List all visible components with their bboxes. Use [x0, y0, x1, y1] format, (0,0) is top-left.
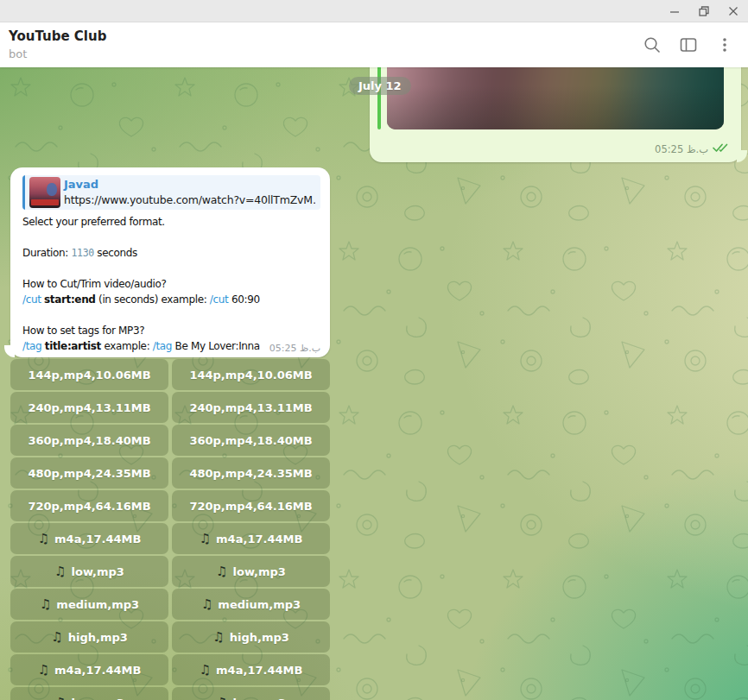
- keyboard-button-label: 360p,mp4,18.40MB: [28, 434, 150, 447]
- keyboard-button[interactable]: ♫low,mp3: [172, 687, 330, 700]
- outgoing-photo-message[interactable]: 05:25 ب.ظ: [370, 67, 741, 162]
- minimize-icon: [669, 5, 681, 17]
- keyboard-button[interactable]: ♫low,mp3: [172, 556, 330, 587]
- keyboard-row: 360p,mp4,18.40MB360p,mp4,18.40MB: [10, 425, 330, 456]
- message-line: [22, 261, 320, 276]
- keyboard-row: ♫low,mp3♫low,mp3: [10, 556, 330, 587]
- message-line: /cut start:end (in seconds) example: /cu…: [22, 292, 320, 307]
- keyboard-button-label: low,mp3: [72, 565, 124, 578]
- text-segment: Select your preferred format.: [22, 216, 165, 228]
- music-note-icon: ♫: [51, 631, 62, 644]
- keyboard-row: 720p,mp4,64.16MB720p,mp4,64.16MB: [10, 490, 330, 521]
- minimize-button[interactable]: [660, 0, 689, 22]
- keyboard-row: ♫m4a,17.44MB♫m4a,17.44MB: [10, 523, 330, 554]
- keyboard-button[interactable]: 720p,mp4,64.16MB: [10, 490, 168, 521]
- photo-attachment[interactable]: [387, 67, 724, 129]
- music-note-icon: ♫: [40, 598, 51, 611]
- keyboard-button[interactable]: 720p,mp4,64.16MB: [172, 490, 330, 521]
- text-segment: 1130: [71, 247, 93, 259]
- command-link[interactable]: /tag: [153, 340, 172, 352]
- keyboard-button[interactable]: 144p,mp4,10.06MB: [172, 359, 330, 390]
- window-titlebar: [0, 0, 748, 22]
- text-segment: How to Cut/Trim video/audio?: [22, 278, 167, 290]
- chat-area[interactable]: 05:25 ب.ظ July 12 Javad https://www.yout…: [0, 67, 748, 700]
- message-timestamp: 05:25 ب.ظ: [267, 343, 320, 354]
- keyboard-button[interactable]: ♫medium,mp3: [172, 589, 330, 620]
- menu-button[interactable]: [710, 30, 739, 60]
- music-note-icon: ♫: [216, 565, 227, 578]
- keyboard-button-label: high,mp3: [68, 631, 128, 644]
- keyboard-button[interactable]: ♫m4a,17.44MB: [172, 654, 330, 685]
- chat-header: YouTube Club bot: [0, 22, 748, 67]
- chat-subtitle: bot: [9, 47, 27, 60]
- keyboard-button[interactable]: ♫m4a,17.44MB: [10, 523, 168, 554]
- keyboard-button[interactable]: 360p,mp4,18.40MB: [10, 425, 168, 456]
- message-line: How to Cut/Trim video/audio?: [22, 276, 320, 292]
- keyboard-button[interactable]: 480p,mp4,24.35MB: [10, 457, 168, 489]
- text-segment: (in seconds) example:: [96, 293, 210, 306]
- keyboard-button-label: 240p,mp4,13.11MB: [28, 401, 150, 414]
- command-link[interactable]: /tag: [22, 340, 41, 352]
- keyboard-button-label: low,mp3: [72, 697, 124, 700]
- keyboard-button[interactable]: ♫m4a,17.44MB: [172, 523, 330, 554]
- keyboard-button-label: 240p,mp4,13.11MB: [189, 401, 312, 414]
- keyboard-button[interactable]: 480p,mp4,24.35MB: [172, 457, 330, 489]
- keyboard-button-label: 144p,mp4,10.06MB: [189, 369, 312, 382]
- close-icon: [727, 5, 739, 17]
- message-line: Duration: 1130 seconds: [22, 245, 320, 261]
- music-note-icon: ♫: [54, 697, 66, 700]
- text-segment: title:artist: [45, 340, 101, 352]
- keyboard-row: 144p,mp4,10.06MB144p,mp4,10.06MB: [10, 359, 330, 390]
- keyboard-button[interactable]: 360p,mp4,18.40MB: [172, 425, 330, 456]
- close-button[interactable]: [719, 0, 748, 22]
- keyboard-button[interactable]: ♫low,mp3: [10, 687, 168, 700]
- keyboard-button[interactable]: 144p,mp4,10.06MB: [10, 359, 168, 390]
- keyboard-button[interactable]: 240p,mp4,13.11MB: [172, 392, 330, 423]
- keyboard-button-label: 720p,mp4,64.16MB: [189, 500, 312, 513]
- music-note-icon: ♫: [54, 565, 66, 578]
- message-line: [22, 307, 320, 323]
- keyboard-button-label: 480p,mp4,24.35MB: [189, 467, 312, 480]
- keyboard-button-label: m4a,17.44MB: [216, 533, 302, 545]
- bubble-tail: [737, 150, 747, 162]
- keyboard-button-label: m4a,17.44MB: [54, 664, 141, 677]
- music-note-icon: ♫: [200, 664, 211, 677]
- keyboard-row: ♫low,mp3♫low,mp3: [10, 687, 330, 700]
- keyboard-row: 480p,mp4,24.35MB480p,mp4,24.35MB: [10, 457, 330, 489]
- inline-keyboard: 144p,mp4,10.06MB144p,mp4,10.06MB240p,mp4…: [10, 359, 330, 700]
- reply-quote[interactable]: Javad https://www.youtube.com/watch?v=40…: [22, 175, 320, 210]
- photo-shade: [387, 67, 724, 129]
- thumbnail-caption-strip: [31, 199, 59, 205]
- text-segment: Be My Lover:Inna: [172, 340, 260, 352]
- keyboard-row: 240p,mp4,13.11MB240p,mp4,13.11MB: [10, 392, 330, 423]
- restore-button[interactable]: [689, 0, 719, 22]
- keyboard-button-label: m4a,17.44MB: [216, 664, 302, 677]
- keyboard-row: ♫high,mp3♫high,mp3: [10, 621, 330, 653]
- double-check-icon: [713, 142, 730, 155]
- command-link[interactable]: /cut: [22, 293, 41, 306]
- keyboard-button-label: 480p,mp4,24.35MB: [28, 467, 150, 480]
- date-badge[interactable]: July 12: [349, 77, 411, 95]
- search-button[interactable]: [637, 30, 667, 60]
- command-link[interactable]: /cut: [210, 293, 229, 306]
- music-note-icon: ♫: [38, 533, 49, 545]
- video-thumbnail: [29, 177, 60, 208]
- music-note-icon: ♫: [38, 664, 49, 677]
- keyboard-button-label: low,mp3: [233, 697, 286, 700]
- keyboard-button[interactable]: ♫medium,mp3: [10, 589, 168, 620]
- message-line: Select your preferred format.: [22, 214, 320, 230]
- menu-kebab-icon: [715, 35, 734, 54]
- sidebar-toggle-button[interactable]: [674, 30, 703, 60]
- keyboard-button[interactable]: ♫high,mp3: [10, 621, 168, 653]
- keyboard-button[interactable]: ♫m4a,17.44MB: [10, 654, 168, 685]
- restore-icon: [698, 5, 710, 17]
- music-note-icon: ♫: [212, 631, 224, 644]
- keyboard-button-label: medium,mp3: [218, 598, 301, 611]
- keyboard-button[interactable]: ♫high,mp3: [172, 621, 330, 653]
- keyboard-button-label: 720p,mp4,64.16MB: [28, 500, 150, 513]
- keyboard-button[interactable]: 240p,mp4,13.11MB: [10, 392, 168, 423]
- keyboard-button[interactable]: ♫low,mp3: [10, 556, 168, 587]
- keyboard-row: ♫medium,mp3♫medium,mp3: [10, 589, 330, 620]
- thumbnail-figure: [47, 183, 57, 196]
- chat-title[interactable]: YouTube Club: [9, 28, 106, 44]
